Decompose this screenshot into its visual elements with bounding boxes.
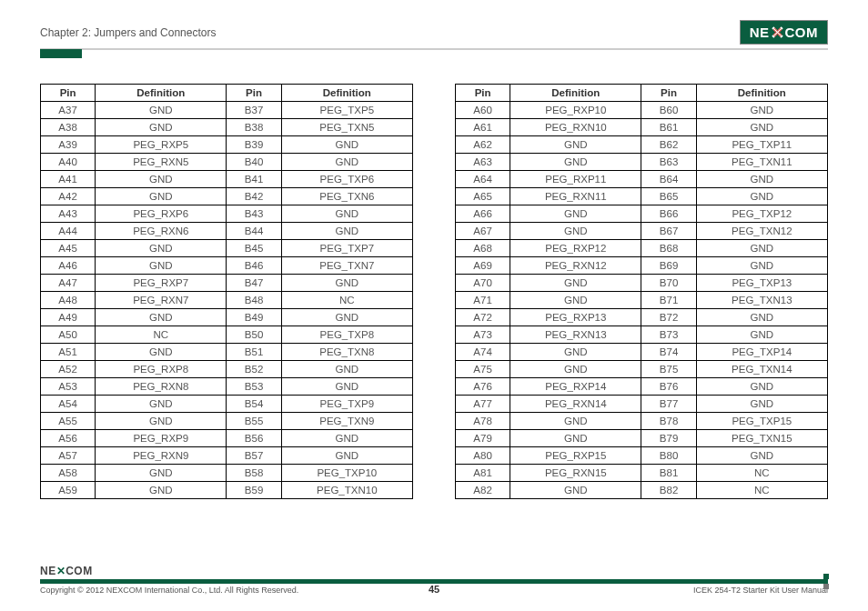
footer-logo-left: NE xyxy=(40,565,56,577)
table-row: A70GNDB70PEG_TXP13 xyxy=(456,275,828,292)
table-row: A57PEG_RXN9B57GND xyxy=(41,447,413,465)
pin-cell: A79 xyxy=(456,430,510,447)
pin-cell: B76 xyxy=(641,378,696,396)
definition-cell: GND xyxy=(510,205,641,223)
table-row: A74GNDB74PEG_TXP14 xyxy=(456,344,828,361)
pin-cell: A43 xyxy=(41,205,96,223)
pin-cell: A39 xyxy=(41,136,96,154)
table-row: A77PEG_RXN14B77GND xyxy=(456,396,828,413)
pin-cell: B68 xyxy=(641,240,696,257)
definition-cell: GND xyxy=(510,344,641,361)
pin-cell: B46 xyxy=(227,257,281,275)
definition-cell: PEG_TXN8 xyxy=(281,344,412,361)
definition-cell: NC xyxy=(281,292,412,309)
pin-cell: A55 xyxy=(41,413,96,430)
definition-cell: PEG_RXP13 xyxy=(510,309,641,326)
page-number: 45 xyxy=(429,584,439,595)
pin-cell: A64 xyxy=(456,171,510,188)
definition-cell: PEG_RXN7 xyxy=(96,292,227,309)
definition-cell: PEG_RXN9 xyxy=(96,447,227,465)
definition-cell: NC xyxy=(696,465,827,482)
pin-cell: B80 xyxy=(641,447,696,465)
table-row: A58GNDB58PEG_TXP10 xyxy=(41,465,413,482)
pin-cell: A65 xyxy=(456,188,510,205)
pin-cell: A80 xyxy=(456,447,510,465)
nexcom-logo: NE COM xyxy=(740,20,828,45)
definition-cell: PEG_TXP7 xyxy=(281,240,412,257)
logo-x-icon xyxy=(771,26,784,38)
table-row: A65PEG_RXN11B65GND xyxy=(456,188,828,205)
col-pin-a: Pin xyxy=(41,85,96,102)
definition-cell: PEG_RXP14 xyxy=(510,378,641,396)
pin-cell: A48 xyxy=(41,292,96,309)
definition-cell: GND xyxy=(96,396,227,413)
pin-cell: B44 xyxy=(227,223,281,240)
table-row: A44PEG_RXN6B44GND xyxy=(41,223,413,240)
table-row: A80PEG_RXP15B80GND xyxy=(456,447,828,465)
table-row: A69PEG_RXN12B69GND xyxy=(456,257,828,275)
pin-cell: A63 xyxy=(456,154,510,171)
definition-cell: PEG_TXP11 xyxy=(696,136,827,154)
table-row: A75GNDB75PEG_TXN14 xyxy=(456,361,828,378)
pin-cell: B59 xyxy=(227,482,281,499)
pin-cell: B47 xyxy=(227,275,281,292)
table-row: A60PEG_RXP10B60GND xyxy=(456,102,828,119)
table-row: A52PEG_RXP8B52GND xyxy=(41,361,413,378)
pin-cell: B51 xyxy=(227,344,281,361)
pin-cell: A58 xyxy=(41,465,96,482)
pin-cell: B38 xyxy=(227,119,281,136)
table-row: A79GNDB79PEG_TXN15 xyxy=(456,430,828,447)
definition-cell: GND xyxy=(281,361,412,378)
definition-cell: GND xyxy=(281,309,412,326)
table-row: A53PEG_RXN8B53GND xyxy=(41,378,413,396)
table-row: A64PEG_RXP11B64GND xyxy=(456,171,828,188)
table-row: A43PEG_RXP6B43GND xyxy=(41,205,413,223)
definition-cell: PEG_RXN12 xyxy=(510,257,641,275)
pin-cell: A81 xyxy=(456,465,510,482)
pin-cell: B57 xyxy=(227,447,281,465)
definition-cell: GND xyxy=(510,223,641,240)
pin-cell: A82 xyxy=(456,482,510,499)
pin-cell: A38 xyxy=(41,119,96,136)
col-pin-a: Pin xyxy=(456,85,510,102)
header-accent-block xyxy=(40,49,82,58)
definition-cell: PEG_RXN10 xyxy=(510,119,641,136)
pin-cell: B50 xyxy=(227,326,281,344)
pin-cell: B79 xyxy=(641,430,696,447)
definition-cell: PEG_RXN14 xyxy=(510,396,641,413)
definition-cell: PEG_RXP10 xyxy=(510,102,641,119)
definition-cell: GND xyxy=(696,240,827,257)
pin-cell: A60 xyxy=(456,102,510,119)
definition-cell: GND xyxy=(696,309,827,326)
definition-cell: PEG_TXP8 xyxy=(281,326,412,344)
definition-cell: PEG_TXP13 xyxy=(696,275,827,292)
table-row: A55GNDB55PEG_TXN9 xyxy=(41,413,413,430)
table-row: A47PEG_RXP7B47GND xyxy=(41,275,413,292)
definition-cell: GND xyxy=(696,378,827,396)
table-row: A45GNDB45PEG_TXP7 xyxy=(41,240,413,257)
definition-cell: GND xyxy=(696,102,827,119)
definition-cell: GND xyxy=(96,188,227,205)
definition-cell: PEG_TXP12 xyxy=(696,205,827,223)
pin-cell: B67 xyxy=(641,223,696,240)
definition-cell: GND xyxy=(281,275,412,292)
table-row: A63GNDB63PEG_TXN11 xyxy=(456,154,828,171)
definition-cell: GND xyxy=(696,188,827,205)
logo-text-right: COM xyxy=(785,25,819,40)
pin-cell: A37 xyxy=(41,102,96,119)
definition-cell: NC xyxy=(96,326,227,344)
definition-cell: PEG_TXP5 xyxy=(281,102,412,119)
table-row: A49GNDB49GND xyxy=(41,309,413,326)
pin-cell: A62 xyxy=(456,136,510,154)
table-row: A76PEG_RXP14B76GND xyxy=(456,378,828,396)
col-pin-b: Pin xyxy=(227,85,281,102)
definition-cell: PEG_RXN8 xyxy=(96,378,227,396)
pin-cell: B43 xyxy=(227,205,281,223)
logo-text-left: NE xyxy=(750,25,770,40)
definition-cell: GND xyxy=(96,240,227,257)
table-row: A81PEG_RXN15B81NC xyxy=(456,465,828,482)
pin-cell: A75 xyxy=(456,361,510,378)
footer-corner-bottom-icon xyxy=(823,584,829,589)
table-row: A40PEG_RXN5B40GND xyxy=(41,154,413,171)
pin-cell: A74 xyxy=(456,344,510,361)
